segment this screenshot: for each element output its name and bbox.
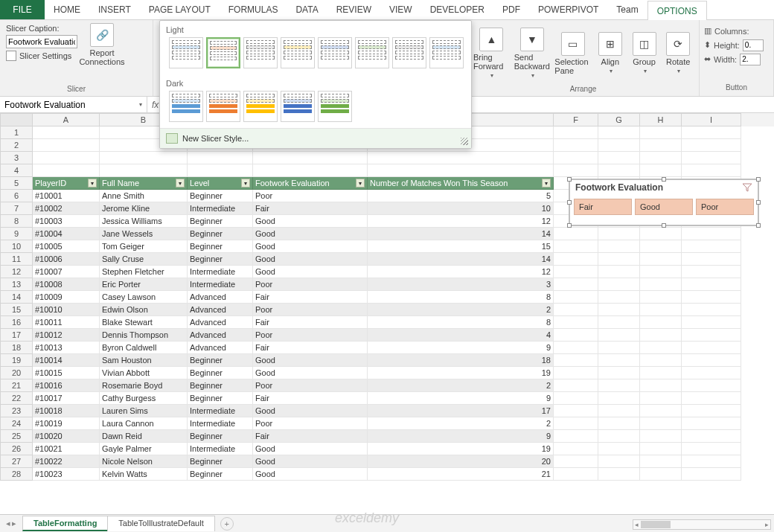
cell[interactable]: #10022: [33, 455, 100, 468]
cell[interactable]: [640, 367, 682, 379]
cell[interactable]: [598, 342, 640, 354]
cell[interactable]: Good: [253, 468, 368, 481]
cell[interactable]: [640, 266, 682, 278]
cell[interactable]: [368, 164, 554, 177]
cell[interactable]: [640, 316, 682, 329]
tab-options[interactable]: OPTIONS: [647, 1, 707, 20]
cell[interactable]: 15: [368, 240, 554, 253]
cell[interactable]: [682, 392, 741, 405]
cell[interactable]: 14: [368, 253, 554, 266]
cell[interactable]: [682, 342, 741, 354]
row-header[interactable]: 3: [0, 152, 33, 164]
slicer-settings-button[interactable]: Slicer Settings: [6, 51, 77, 61]
row-header[interactable]: 16: [0, 316, 33, 329]
cell[interactable]: [598, 405, 640, 417]
table-column-header[interactable]: PlayerID▾: [33, 177, 100, 190]
cell[interactable]: Good: [253, 443, 368, 455]
tab-page-layout[interactable]: PAGE LAYOUT: [140, 0, 220, 19]
row-header[interactable]: 14: [0, 291, 33, 304]
row-header[interactable]: 18: [0, 342, 33, 354]
cell[interactable]: Intermediate: [188, 266, 253, 278]
column-header[interactable]: H: [640, 113, 682, 126]
cell[interactable]: Poor: [253, 304, 368, 316]
slicer-style-swatch[interactable]: [429, 37, 464, 68]
cell[interactable]: 19: [368, 443, 554, 455]
cell[interactable]: Blake Stewart: [100, 316, 188, 329]
table-column-header[interactable]: Full Name▾: [100, 177, 188, 190]
cell[interactable]: Poor: [253, 190, 368, 202]
cell[interactable]: [554, 126, 598, 139]
cell[interactable]: [640, 468, 682, 481]
row-header[interactable]: 24: [0, 417, 33, 430]
tab-data[interactable]: DATA: [287, 0, 327, 19]
cell[interactable]: Casey Lawson: [100, 291, 188, 304]
cell[interactable]: Intermediate: [188, 278, 253, 291]
cell[interactable]: #10019: [33, 417, 100, 430]
row-header[interactable]: 7: [0, 202, 33, 215]
cell[interactable]: [682, 379, 741, 392]
cell[interactable]: Poor: [253, 417, 368, 430]
cell[interactable]: [554, 468, 598, 481]
tab-developer[interactable]: DEVELOPER: [421, 0, 493, 19]
cell[interactable]: [554, 228, 598, 240]
cell[interactable]: [554, 253, 598, 266]
cell[interactable]: #10004: [33, 228, 100, 240]
cell[interactable]: [640, 443, 682, 455]
cell[interactable]: Beginner: [188, 430, 253, 443]
cell[interactable]: 3: [368, 278, 554, 291]
bring-forward-button[interactable]: ▲Bring Forward▾: [473, 23, 510, 83]
cell[interactable]: [598, 152, 640, 164]
cell[interactable]: [682, 278, 741, 291]
cell[interactable]: [554, 417, 598, 430]
sheet-tab[interactable]: TableFormatting: [22, 516, 108, 531]
cell[interactable]: [640, 342, 682, 354]
cell[interactable]: [682, 455, 741, 468]
cell[interactable]: [640, 405, 682, 417]
cell[interactable]: Poor: [253, 329, 368, 342]
slicer-style-swatch[interactable]: [243, 37, 278, 68]
cell[interactable]: #10015: [33, 367, 100, 379]
cell[interactable]: #10012: [33, 329, 100, 342]
cell[interactable]: [554, 278, 598, 291]
cell[interactable]: #10008: [33, 278, 100, 291]
row-header[interactable]: 26: [0, 443, 33, 455]
cell[interactable]: Sam Houston: [100, 354, 188, 367]
slicer-style-swatch[interactable]: [318, 91, 352, 122]
slicer-style-swatch[interactable]: [392, 37, 426, 68]
filter-dropdown-icon[interactable]: ▾: [241, 179, 250, 188]
new-slicer-style-button[interactable]: New Slicer Style...: [160, 128, 471, 148]
cell[interactable]: [188, 152, 253, 164]
cell[interactable]: [554, 164, 598, 177]
select-all-cell[interactable]: [0, 113, 33, 126]
cell[interactable]: [554, 367, 598, 379]
cell[interactable]: Beginner: [188, 228, 253, 240]
tab-powerpivot[interactable]: POWERPIVOT: [529, 0, 607, 19]
row-header[interactable]: 6: [0, 190, 33, 202]
cell[interactable]: 9: [368, 392, 554, 405]
cell[interactable]: #10018: [33, 405, 100, 417]
row-header[interactable]: 10: [0, 240, 33, 253]
table-column-header[interactable]: Level▾: [188, 177, 253, 190]
column-header[interactable]: I: [682, 113, 741, 126]
cell[interactable]: [640, 430, 682, 443]
cell[interactable]: [554, 240, 598, 253]
cell[interactable]: Beginner: [188, 367, 253, 379]
cell[interactable]: [682, 468, 741, 481]
cell[interactable]: Good: [253, 215, 368, 228]
row-header[interactable]: 15: [0, 304, 33, 316]
cell[interactable]: [598, 240, 640, 253]
slicer-chip[interactable]: Poor: [696, 199, 754, 215]
cell[interactable]: Good: [253, 455, 368, 468]
row-header[interactable]: 13: [0, 278, 33, 291]
cell[interactable]: #10009: [33, 291, 100, 304]
cell[interactable]: Vivian Abbott: [100, 367, 188, 379]
slicer-style-swatch[interactable]: [281, 37, 315, 68]
row-header[interactable]: 11: [0, 253, 33, 266]
cell[interactable]: Kelvin Watts: [100, 468, 188, 481]
cell[interactable]: 8: [368, 291, 554, 304]
cell[interactable]: Beginner: [188, 190, 253, 202]
cell[interactable]: #10016: [33, 379, 100, 392]
cell[interactable]: 8: [368, 316, 554, 329]
cell[interactable]: [598, 468, 640, 481]
cell[interactable]: Sally Cruse: [100, 253, 188, 266]
